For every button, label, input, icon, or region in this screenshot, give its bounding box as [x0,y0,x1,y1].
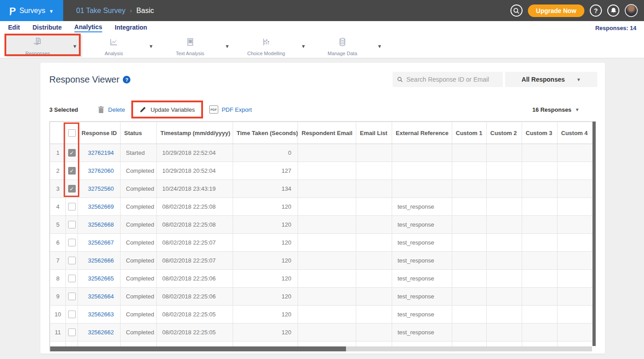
time-taken-cell: 0 [233,144,298,162]
custom2-cell [487,144,522,162]
analysis-dropdown-caret[interactable]: ▼ [145,44,157,49]
response-filter-dropdown[interactable]: All Responses ▼ [505,72,597,87]
status-cell: Completed [121,198,157,216]
custom1-cell [452,252,487,270]
toolbar-item-choice-modelling[interactable]: Choice Modelling [235,35,298,58]
response-id-link[interactable]: 32562668 [88,221,114,228]
manage-data-dropdown-caret[interactable]: ▼ [374,44,385,49]
response-id-link[interactable]: 32562663 [88,311,114,318]
toolbar-item-analysis[interactable]: Analysis [82,35,145,58]
row-checkbox[interactable] [68,221,76,228]
horizontal-scrollbar[interactable] [49,346,596,351]
toolbar-item-manage-data[interactable]: Manage Data [311,35,374,58]
pdf-export-button[interactable]: PDF PDF Export [209,105,252,114]
table-row: 1132562662Completed08/02/2018 22:25:0512… [50,324,593,341]
responses-dropdown-caret[interactable]: ▼ [69,44,81,49]
responses-pagesize-dropdown[interactable]: 16 Responses ▼ [532,106,579,113]
row-checkbox[interactable] [68,239,76,246]
status-cell: Completed [121,180,157,198]
row-checkbox[interactable] [68,257,76,264]
update-variables-button[interactable]: Update Variables [131,101,203,118]
col-timestamp[interactable]: Timestamp (mm/dd/yyyy)▲▼ [157,122,233,144]
row-select-cell [66,288,78,306]
response-id-cell: 32562663 [78,306,121,324]
respondent-email-cell [298,252,356,270]
table-row: 832562665Completed08/02/2018 22:25:06120… [50,270,593,288]
row-checkbox[interactable] [68,328,76,336]
custom3-cell [522,216,558,234]
status-cell: Completed [121,270,157,288]
toolbar-item-text-analysis[interactable]: Text Analysis [159,35,221,58]
search-icon [513,8,519,14]
tab-edit[interactable]: Edit [8,24,20,32]
title-help-icon[interactable]: ? [123,76,130,83]
col-time-taken[interactable]: Time Taken (Seconds)▲▼ [233,122,298,144]
response-id-link[interactable]: 32562664 [88,293,114,300]
select-all-checkbox[interactable] [68,129,76,137]
external-reference-cell: test_response [392,288,452,306]
trash-icon [98,106,104,114]
table-row: 1232562661Completed08/02/2018 22:25:0412… [50,341,593,347]
text-analysis-icon [185,37,195,49]
email-list-cell [356,198,392,216]
row-number: 4 [50,198,66,216]
custom3-cell [522,180,558,198]
response-id-link[interactable]: 32762060 [88,167,114,174]
col-external-reference: External Reference [392,122,452,144]
responses-table-wrap: Response ID▲▼ Status Timestamp (mm/dd/yy… [49,121,596,346]
row-checkbox[interactable] [68,293,76,300]
delete-button[interactable]: Delete [98,106,125,114]
notifications-button[interactable] [607,4,619,17]
row-checkbox[interactable]: ✓ [68,149,76,157]
table-body: 1✓32762194Started10/29/2018 22:52:0402✓3… [50,144,593,347]
choice-modelling-dropdown-caret[interactable]: ▼ [298,44,309,49]
response-id-cell: 32562665 [78,270,121,288]
horizontal-scrollbar-thumb[interactable] [50,346,346,351]
vertical-scrollbar[interactable] [592,122,596,346]
custom3-cell [522,288,558,306]
row-checkbox[interactable]: ✓ [68,167,76,175]
custom2-cell [487,180,522,198]
time-taken-cell: 120 [233,216,298,234]
custom3-cell [522,306,558,324]
text-analysis-dropdown-caret[interactable]: ▼ [221,44,233,49]
tab-analytics[interactable]: Analytics [74,23,102,32]
response-id-link[interactable]: 32562669 [88,203,114,210]
custom1-cell [452,306,487,324]
external-reference-cell: test_response [392,234,452,252]
toolbar-group-text-analysis: Text Analysis ▼ [159,35,235,57]
search-button[interactable] [510,4,523,17]
row-checkbox[interactable] [68,203,76,210]
response-id-link[interactable]: 32562662 [88,329,114,336]
response-id-link[interactable]: 32752560 [88,185,114,192]
row-number: 6 [50,234,66,252]
response-id-link[interactable]: 32762194 [88,149,114,156]
row-checkbox[interactable] [68,275,76,282]
row-checkbox[interactable]: ✓ [68,185,76,193]
time-taken-cell: 120 [233,252,298,270]
upgrade-now-button[interactable]: Upgrade Now [528,4,584,17]
table-row: 532562668Completed08/02/2018 22:25:08120… [50,216,593,234]
user-avatar[interactable] [625,4,638,17]
response-id-link[interactable]: 32562667 [88,239,114,246]
search-input[interactable] [406,76,498,83]
surveys-menu[interactable]: P Surveys ▼ [0,0,63,21]
response-id-cell: 32562664 [78,288,121,306]
tab-distribute[interactable]: Distribute [32,24,61,32]
row-number: 10 [50,306,66,324]
response-id-cell: 32562662 [78,324,121,341]
timestamp-cell: 08/02/2018 22:25:05 [157,324,233,341]
response-id-link[interactable]: 32562665 [88,275,114,282]
breadcrumb-survey-link[interactable]: 01 Take Survey [76,7,125,15]
help-button[interactable]: ? [590,4,602,17]
custom3-cell [522,144,558,162]
email-list-cell [356,216,392,234]
row-checkbox[interactable] [68,311,76,318]
tab-integration[interactable]: Integration [115,24,147,32]
response-id-link[interactable]: 32562666 [88,257,114,264]
row-number: 11 [50,324,66,341]
response-id-cell: 32562668 [78,216,121,234]
col-response-id[interactable]: Response ID▲▼ [78,122,121,144]
toolbar-item-responses[interactable]: Responses [6,35,69,58]
external-reference-cell: test_response [392,216,452,234]
